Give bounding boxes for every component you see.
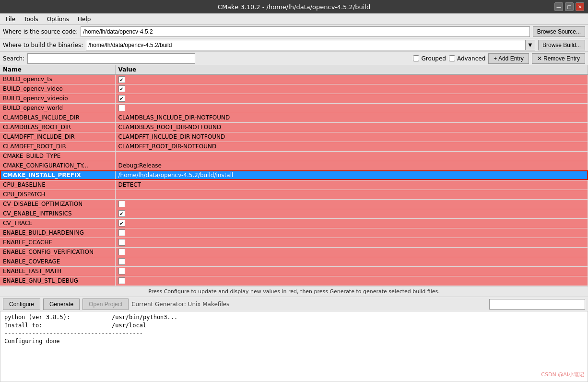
table-row[interactable]: CLAMDBLAS_INCLUDE_DIRCLAMDBLAS_INCLUDE_D…: [0, 113, 588, 122]
menu-help[interactable]: Help: [74, 15, 94, 24]
log-line: Configuring done: [4, 337, 584, 346]
checkbox-icon: [118, 201, 125, 207]
checkbox-icon: ✔: [118, 76, 125, 83]
table-row[interactable]: CV_ENABLE_INTRINSICS✔: [0, 209, 588, 218]
table-row[interactable]: BUILD_opencv_videoio✔: [0, 94, 588, 103]
checkbox-icon: [118, 277, 125, 284]
table-cell-value: ✔: [115, 84, 588, 94]
table-cell-value: [115, 247, 588, 257]
search-row: Search: Grouped Advanced + Add Entry ✕ R…: [0, 52, 588, 65]
table-cell-value: ✔: [115, 74, 588, 84]
table-cell-value: ✔: [115, 209, 588, 218]
menu-file[interactable]: File: [2, 15, 19, 24]
table-section: Name Value BUILD_opencv_ts✔BUILD_opencv_…: [0, 65, 588, 286]
advanced-checkbox-group: Advanced: [449, 55, 485, 62]
table-row[interactable]: ENABLE_GNU_STL_DEBUG: [0, 276, 588, 286]
table-cell-value: CLAMDBLAS_ROOT_DIR-NOTFOUND: [115, 122, 588, 132]
table-row[interactable]: BUILD_opencv_ts✔: [0, 74, 588, 84]
log-line: ----------------------------------------: [4, 330, 584, 338]
status-bar: Press Configure to update and display ne…: [0, 286, 588, 297]
table-cell-name: CMAKE_INSTALL_PREFIX: [0, 170, 115, 180]
table-cell-value: ✔: [115, 218, 588, 228]
table-cell-name: BUILD_opencv_videoio: [0, 94, 115, 103]
table-cell-value: CLAMDFFT_ROOT_DIR-NOTFOUND: [115, 142, 588, 151]
log-area[interactable]: python (ver 3.8.5): /usr/bin/python3...I…: [0, 311, 588, 382]
col-name-header: Name: [0, 65, 115, 74]
table-row[interactable]: ENABLE_CONFIG_VERIFICATION: [0, 247, 588, 257]
advanced-checkbox[interactable]: [449, 55, 455, 61]
table-cell-name: CLAMDBLAS_ROOT_DIR: [0, 122, 115, 132]
table-cell-value: [115, 238, 588, 247]
table-cell-name: ENABLE_CONFIG_VERIFICATION: [0, 247, 115, 257]
bottom-toolbar: Configure Generate Open Project Current …: [0, 297, 588, 311]
table-cell-name: BUILD_opencv_video: [0, 84, 115, 94]
table-cell-value: [115, 103, 588, 113]
table-cell-name: ENABLE_GNU_STL_DEBUG: [0, 276, 115, 286]
maximize-button[interactable]: □: [565, 2, 574, 11]
toolbar-search-input[interactable]: [489, 299, 585, 310]
open-project-button[interactable]: Open Project: [82, 298, 129, 310]
table-row[interactable]: CLAMDFFT_ROOT_DIRCLAMDFFT_ROOT_DIR-NOTFO…: [0, 142, 588, 151]
table-cell-value: DETECT: [115, 180, 588, 190]
source-input[interactable]: [81, 26, 529, 37]
grouped-checkbox[interactable]: [413, 55, 419, 61]
build-dropdown[interactable]: ▼: [526, 40, 535, 50]
table-row[interactable]: CV_TRACE✔: [0, 218, 588, 228]
table-row[interactable]: CV_DISABLE_OPTIMIZATION: [0, 199, 588, 209]
table-row[interactable]: ENABLE_BUILD_HARDENING: [0, 228, 588, 238]
titlebar-title: CMake 3.10.2 - /home/lh/data/opencv-4.5.…: [218, 3, 370, 11]
table-row[interactable]: BUILD_opencv_world: [0, 103, 588, 113]
add-entry-button[interactable]: + Add Entry: [488, 53, 529, 64]
table-cell-name: CPU_BASELINE: [0, 180, 115, 190]
menu-tools[interactable]: Tools: [20, 15, 42, 24]
col-value-header: Value: [115, 65, 588, 74]
table-row[interactable]: ENABLE_CCACHE: [0, 238, 588, 247]
menu-options[interactable]: Options: [43, 15, 73, 24]
log-line: Install to: /usr/local: [4, 322, 584, 330]
table-cell-value: /home/lh/data/opencv-4.5.2/build/install: [115, 170, 588, 180]
status-text: Press Configure to update and display ne…: [148, 288, 440, 295]
table-cell-value: CLAMDBLAS_INCLUDE_DIR-NOTFOUND: [115, 113, 588, 122]
titlebar: CMake 3.10.2 - /home/lh/data/opencv-4.5.…: [0, 0, 588, 13]
table-cell-value: [115, 266, 588, 276]
table-cell-name: CLAMDBLAS_INCLUDE_DIR: [0, 113, 115, 122]
table-row[interactable]: BUILD_opencv_video✔: [0, 84, 588, 94]
table-cell-name: BUILD_opencv_ts: [0, 74, 115, 84]
table-wrapper[interactable]: Name Value BUILD_opencv_ts✔BUILD_opencv_…: [0, 65, 588, 286]
table-row[interactable]: ENABLE_COVERAGE: [0, 257, 588, 266]
grouped-checkbox-group: Grouped: [413, 55, 446, 62]
minimize-button[interactable]: —: [554, 2, 563, 11]
browse-build-button[interactable]: Browse Build...: [538, 40, 585, 50]
table-cell-name: ENABLE_BUILD_HARDENING: [0, 228, 115, 238]
configure-button[interactable]: Configure: [3, 298, 40, 310]
source-row: Where is the source code: Browse Source.…: [0, 25, 588, 38]
table-cell-value: [115, 190, 588, 199]
source-label: Where is the source code:: [3, 28, 78, 35]
table-cell-name: CLAMDFFT_ROOT_DIR: [0, 142, 115, 151]
table-row[interactable]: CMAKE_BUILD_TYPE: [0, 151, 588, 161]
checkbox-icon: ✔: [118, 85, 125, 92]
titlebar-controls[interactable]: — □ ✕: [554, 2, 584, 11]
table-row[interactable]: CPU_DISPATCH: [0, 190, 588, 199]
build-label: Where to build the binaries:: [3, 42, 83, 48]
table-row[interactable]: ENABLE_FAST_MATH: [0, 266, 588, 276]
table-cell-name: CMAKE_CONFIGURATION_TY...: [0, 161, 115, 170]
table-row[interactable]: CPU_BASELINEDETECT: [0, 180, 588, 190]
generate-button[interactable]: Generate: [43, 298, 80, 310]
table-cell-name: CV_DISABLE_OPTIMIZATION: [0, 199, 115, 209]
checkbox-icon: [118, 229, 125, 236]
table-cell-value: [115, 276, 588, 286]
checkbox-icon: ✔: [118, 210, 125, 217]
table-row[interactable]: CLAMDFFT_INCLUDE_DIRCLAMDFFT_INCLUDE_DIR…: [0, 132, 588, 142]
browse-source-button[interactable]: Browse Source...: [533, 26, 585, 37]
build-input[interactable]: [86, 40, 526, 50]
remove-entry-button[interactable]: ✕ Remove Entry: [532, 53, 585, 64]
table-row[interactable]: CLAMDBLAS_ROOT_DIRCLAMDBLAS_ROOT_DIR-NOT…: [0, 122, 588, 132]
close-button[interactable]: ✕: [576, 2, 584, 11]
checkbox-icon: ✔: [118, 95, 125, 102]
search-label: Search:: [3, 55, 24, 62]
table-row[interactable]: CMAKE_INSTALL_PREFIX/home/lh/data/opencv…: [0, 170, 588, 180]
table-cell-name: CPU_DISPATCH: [0, 190, 115, 199]
table-row[interactable]: CMAKE_CONFIGURATION_TY...Debug;Release: [0, 161, 588, 170]
search-input[interactable]: [27, 53, 195, 64]
